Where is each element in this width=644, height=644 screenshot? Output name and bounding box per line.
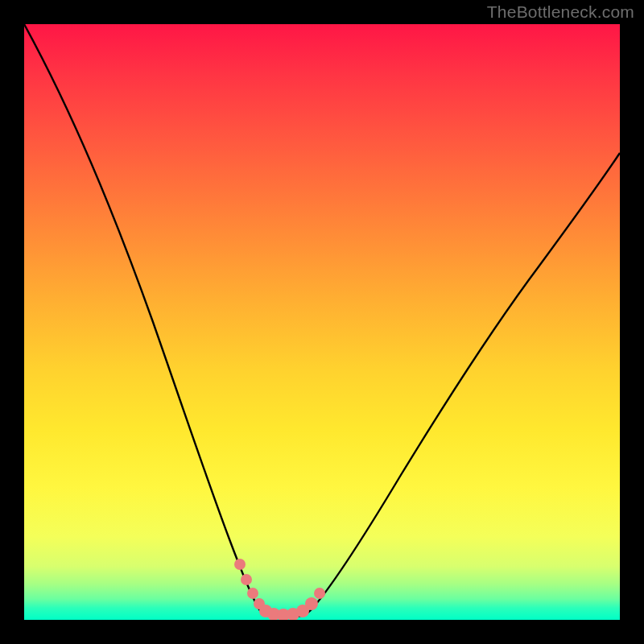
watermark-text: TheBottleneck.com [487,2,634,22]
svg-point-0 [234,559,246,570]
svg-point-1 [241,574,252,585]
chart-stage: TheBottleneck.com [0,0,644,644]
svg-point-2 [247,588,258,599]
svg-point-10 [314,588,325,599]
curve-layer [24,24,620,620]
bottleneck-curve [24,24,620,617]
svg-point-9 [305,597,318,610]
plot-area [24,24,620,620]
